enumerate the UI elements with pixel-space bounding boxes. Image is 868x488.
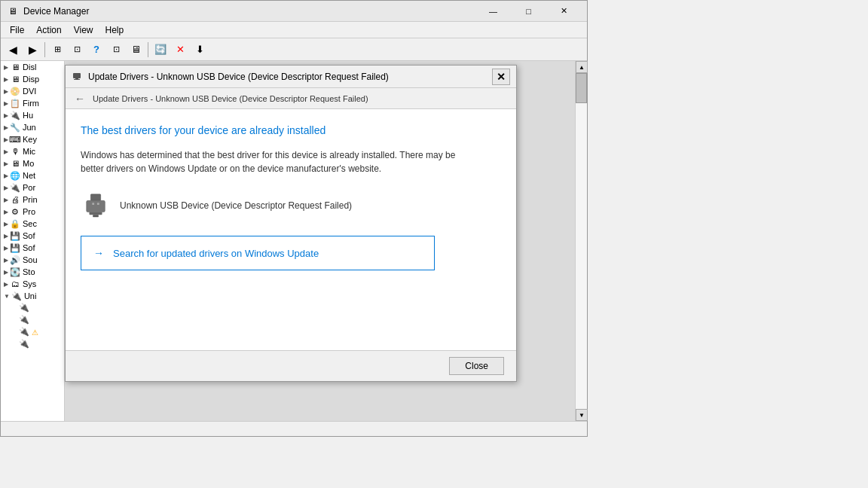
title-bar: 🖥 Device Manager — □ ✕ [1, 1, 587, 22]
dialog-footer: Close [66, 350, 516, 381]
list-item[interactable]: ▶📀DVI [1, 85, 64, 97]
scroll-track[interactable] [576, 73, 587, 409]
dialog-nav: ← Update Drivers - Unknown USB Device (D… [66, 88, 516, 109]
vertical-scrollbar[interactable]: ▲ ▼ [575, 61, 587, 421]
list-item[interactable]: ▶💾Sof [1, 230, 64, 242]
svg-rect-1 [75, 78, 78, 79]
list-item-usb-expanded[interactable]: ▼🔌Uni [1, 290, 64, 302]
list-item[interactable]: ▶🌐Net [1, 169, 64, 181]
list-item[interactable]: ▶⚙Pro [1, 206, 64, 218]
list-item[interactable]: ▶🔊Sou [1, 254, 64, 266]
svg-rect-4 [87, 200, 105, 212]
main-window: 🖥 Device Manager — □ ✕ File Action View … [0, 0, 588, 437]
svg-rect-6 [93, 215, 99, 217]
list-item[interactable]: ▶🖥Mo [1, 157, 64, 169]
list-item[interactable]: ▶🖥Disp [1, 73, 64, 85]
menu-bar: File Action View Help [1, 22, 587, 38]
toolbar-forward[interactable]: ▶ [23, 41, 41, 59]
scroll-thumb[interactable] [576, 73, 587, 103]
modal-overlay: Update Drivers - Unknown USB Device (Dev… [65, 61, 575, 421]
list-sub-item-warning[interactable]: 🔌⚠ [1, 326, 64, 338]
toolbar-sep-1 [44, 42, 45, 57]
toolbar-resource[interactable]: ⊡ [107, 41, 125, 59]
toolbar-device[interactable]: ⊡ [68, 41, 86, 59]
dialog-title-bar: Update Drivers - Unknown USB Device (Dev… [66, 66, 516, 88]
dialog-description: Windows has determined that the best dri… [81, 148, 457, 175]
list-item[interactable]: ▶🎙Mic [1, 145, 64, 157]
close-button[interactable]: ✕ [547, 4, 581, 19]
list-item[interactable]: ▶🔧Jun [1, 121, 64, 133]
toolbar-sep-2 [148, 42, 148, 57]
scroll-down-button[interactable]: ▼ [576, 409, 588, 421]
usb-icon [82, 192, 109, 219]
toolbar-properties[interactable]: ⊞ [48, 41, 66, 59]
svg-rect-2 [74, 79, 80, 80]
minimize-button[interactable]: — [476, 4, 510, 19]
list-item[interactable]: ▶📋Firm [1, 97, 64, 109]
maximize-button[interactable]: □ [512, 4, 546, 19]
svg-rect-3 [90, 194, 100, 201]
list-item[interactable]: ▶⌨Key [1, 133, 64, 145]
menu-file[interactable]: File [4, 23, 30, 37]
svg-rect-8 [97, 203, 99, 205]
scroll-up-button[interactable]: ▲ [576, 61, 588, 73]
dialog-close-x-button[interactable]: ✕ [492, 69, 510, 85]
list-item[interactable]: ▶🗂Sys [1, 278, 64, 290]
windows-update-link-box[interactable]: → Search for updated drivers on Windows … [81, 236, 435, 270]
device-name: Unknown USB Device (Device Descriptor Re… [120, 200, 352, 211]
device-thumbnail [81, 191, 111, 221]
toolbar-scan[interactable]: 🔄 [151, 41, 170, 59]
list-item[interactable]: ▶🖥Disl [1, 61, 64, 73]
list-item[interactable]: ▶💽Sto [1, 266, 64, 278]
menu-view[interactable]: View [68, 23, 99, 37]
device-info-row: Unknown USB Device (Device Descriptor Re… [81, 191, 501, 221]
close-dialog-button[interactable]: Close [449, 357, 504, 375]
dialog-title-icon [72, 71, 84, 83]
status-bar [1, 421, 587, 436]
svg-rect-5 [89, 212, 102, 215]
menu-action[interactable]: Action [30, 23, 67, 37]
list-item[interactable]: ▶🔌Por [1, 181, 64, 194]
toolbar-update[interactable]: ⬇ [191, 41, 209, 59]
list-item[interactable]: ▶🖨Prin [1, 194, 64, 206]
arrow-right-icon: → [93, 247, 104, 259]
list-item[interactable]: ▶🔒Sec [1, 218, 64, 230]
app-icon: 🖥 [7, 5, 19, 17]
window-title: Device Manager [23, 6, 476, 17]
dialog-nav-title: Update Drivers - Unknown USB Device (Dev… [93, 94, 368, 103]
update-drivers-dialog: Update Drivers - Unknown USB Device (Dev… [65, 65, 517, 382]
list-item[interactable]: ▶🔌Hu [1, 109, 64, 121]
dialog-body: The best drivers for your device are alr… [66, 109, 516, 350]
dialog-back-button[interactable]: ← [72, 90, 88, 107]
svg-rect-0 [73, 73, 81, 78]
list-sub-item[interactable]: 🔌 [1, 302, 64, 314]
device-list: ▶🖥Disl ▶🖥Disp ▶📀DVI ▶📋Firm ▶🔌Hu ▶🔧Jun ▶⌨… [1, 61, 65, 421]
list-sub-item[interactable]: 🔌 [1, 314, 64, 326]
toolbar-monitor[interactable]: 🖥 [127, 41, 145, 59]
windows-update-link-text: Search for updated drivers on Windows Up… [113, 248, 319, 259]
list-item[interactable]: ▶💾Sof [1, 242, 64, 254]
menu-help[interactable]: Help [99, 23, 130, 37]
window-controls: — □ ✕ [476, 4, 581, 19]
list-sub-item[interactable]: 🔌 [1, 338, 64, 350]
toolbar-help[interactable]: ? [87, 41, 105, 59]
svg-rect-7 [92, 203, 94, 205]
toolbar-uninstall[interactable]: ✕ [171, 41, 189, 59]
toolbar: ◀ ▶ ⊞ ⊡ ? ⊡ 🖥 🔄 ✕ ⬇ [1, 38, 587, 61]
toolbar-back[interactable]: ◀ [4, 41, 22, 59]
dialog-title-text: Update Drivers - Unknown USB Device (Dev… [88, 72, 492, 82]
dialog-heading: The best drivers for your device are alr… [81, 124, 501, 136]
